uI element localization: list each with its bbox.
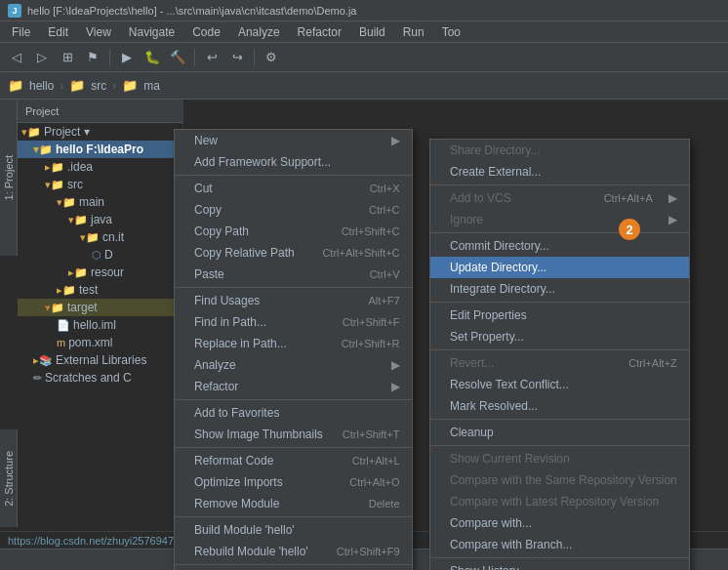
- cm-refactor-label: Refactor: [194, 380, 238, 393]
- tree-cn[interactable]: ▾📁 cn.it: [18, 228, 182, 246]
- cm-show-thumbnails[interactable]: Show Image Thumbnails Ctrl+Shift+T: [175, 424, 412, 445]
- toolbar-debug[interactable]: 🐛: [142, 47, 163, 68]
- cm-copy-relative-path[interactable]: Copy Relative Path Ctrl+Alt+Shift+C: [175, 242, 412, 264]
- cm2-mark-resolved[interactable]: Mark Resolved...: [430, 395, 689, 417]
- cm-add-favorites-label: Add to Favorites: [194, 406, 279, 420]
- cm2-commit-directory[interactable]: Commit Directory...: [430, 235, 689, 257]
- cm-rebuild-module[interactable]: Rebuild Module 'hello' Ctrl+Shift+F9: [175, 541, 412, 562]
- cm2-compare-branch[interactable]: Compare with Branch...: [430, 534, 689, 555]
- cm2-update-directory[interactable]: Update Directory...: [430, 257, 689, 278]
- cm2-add-to-vcs[interactable]: Add to VCS Ctrl+Alt+A ▶: [430, 187, 689, 209]
- cm-reformat-label: Reformat Code: [194, 454, 273, 468]
- cm-reformat[interactable]: Reformat Code Ctrl+Alt+L: [175, 450, 412, 471]
- cm-analyze[interactable]: Analyze ▶: [175, 354, 412, 376]
- tree-target[interactable]: ▾📁 target: [18, 299, 182, 316]
- cm-copy[interactable]: Copy Ctrl+C: [175, 199, 412, 221]
- toolbar-back[interactable]: ◁: [6, 47, 27, 68]
- cm-remove-module[interactable]: Remove Module Delete: [175, 493, 412, 514]
- cm2-compare-latest-repo[interactable]: Compare with Latest Repository Version: [430, 491, 689, 512]
- cm2-ignore[interactable]: Ignore ▶: [430, 209, 689, 230]
- project-tab[interactable]: 1: Project: [0, 100, 18, 256]
- cm-paste[interactable]: Paste Ctrl+V: [175, 264, 412, 285]
- cm2-show-current-revision-label: Show Current Revision: [450, 452, 570, 466]
- tree-hello[interactable]: ▾📁 hello F:\IdeaPro: [18, 141, 182, 158]
- cm-replace-in-path-label: Replace in Path...: [194, 337, 287, 350]
- cm2-cleanup-label: Cleanup: [450, 426, 494, 439]
- tree-label: Project ▾: [44, 125, 90, 139]
- cm2-set-property[interactable]: Set Property...: [430, 326, 689, 347]
- tree-demo[interactable]: ⬡ D: [18, 246, 182, 264]
- cm2-revert[interactable]: Revert... Ctrl+Alt+Z: [430, 352, 689, 374]
- toolbar-recent[interactable]: ⊞: [57, 47, 78, 68]
- menu-file[interactable]: File: [4, 23, 38, 41]
- cm-copy-path[interactable]: Copy Path Ctrl+Shift+C: [175, 221, 412, 242]
- cm-new[interactable]: New ▶: [175, 130, 412, 151]
- tree-label: D: [104, 248, 113, 262]
- menu-navigate[interactable]: Navigate: [121, 23, 182, 41]
- tree-scratches[interactable]: ✏ Scratches and C: [18, 369, 182, 387]
- cm2-edit-properties[interactable]: Edit Properties: [430, 305, 689, 326]
- menu-analyze[interactable]: Analyze: [230, 23, 288, 41]
- cm-add-framework[interactable]: Add Framework Support...: [175, 151, 412, 173]
- toolbar-redo[interactable]: ↪: [226, 47, 248, 68]
- cm2-create-external[interactable]: Create External...: [430, 161, 689, 183]
- tree-project[interactable]: ▾📁 Project ▾: [18, 123, 182, 141]
- cm-add-framework-label: Add Framework Support...: [194, 155, 331, 169]
- cm-sep-2: [175, 287, 412, 288]
- sidebar-header: Project: [18, 100, 182, 123]
- toolbar-bookmark[interactable]: ⚑: [82, 47, 103, 68]
- menu-build[interactable]: Build: [351, 23, 393, 41]
- cm2-show-history-label: Show History: [450, 564, 519, 570]
- menu-edit[interactable]: Edit: [40, 23, 76, 41]
- toolbar-separator-2: [194, 49, 195, 66]
- toolbar-build[interactable]: 🔨: [167, 47, 188, 68]
- menu-code[interactable]: Code: [184, 23, 228, 41]
- cm2-share-directory[interactable]: Share Directory...: [430, 140, 689, 161]
- cm2-revert-label: Revert...: [450, 356, 494, 370]
- cm2-integrate-directory[interactable]: Integrate Directory...: [430, 278, 689, 300]
- cm-refactor[interactable]: Refactor ▶: [175, 376, 412, 397]
- tree-pom[interactable]: m pom.xml: [18, 334, 182, 351]
- cm-cut[interactable]: Cut Ctrl+X: [175, 178, 412, 199]
- nav-hello[interactable]: hello: [29, 79, 54, 93]
- cm-replace-in-path-shortcut: Ctrl+Shift+R: [342, 338, 400, 349]
- tree-ext-libs[interactable]: ▸📚 External Libraries: [18, 351, 182, 369]
- cm-build-module[interactable]: Build Module 'hello': [175, 519, 412, 541]
- cm2-compare-same-repo[interactable]: Compare with the Same Repository Version: [430, 469, 689, 491]
- tree-label: hello.iml: [73, 318, 116, 332]
- cm-find-usages-shortcut: Alt+F7: [368, 295, 399, 306]
- toolbar-settings[interactable]: ⚙: [261, 47, 282, 68]
- nav-src[interactable]: src: [91, 79, 106, 93]
- menu-run[interactable]: Run: [395, 23, 432, 41]
- tree-label: External Libraries: [56, 353, 146, 367]
- tree-test[interactable]: ▸📁 test: [18, 281, 182, 299]
- toolbar-forward[interactable]: ▷: [31, 47, 53, 68]
- cm2-show-current-revision[interactable]: Show Current Revision: [430, 448, 689, 469]
- menu-tools[interactable]: Too: [434, 23, 468, 41]
- tree-label: hello F:\IdeaPro: [56, 142, 143, 156]
- tree-idea[interactable]: ▸📁 .idea: [18, 158, 182, 176]
- tree-src[interactable]: ▾📁 src: [18, 176, 182, 193]
- cm-find-in-path[interactable]: Find in Path... Ctrl+Shift+F: [175, 311, 412, 333]
- title-text: hello [F:\IdeaProjects\hello] - ...\src\…: [27, 5, 356, 17]
- cm2-show-history[interactable]: Show History: [430, 560, 689, 570]
- tree-resources[interactable]: ▸📁 resour: [18, 264, 182, 281]
- toolbar-run[interactable]: ▶: [116, 47, 138, 68]
- menu-refactor[interactable]: Refactor: [290, 23, 349, 41]
- tree-main[interactable]: ▾📁 main: [18, 193, 182, 211]
- tree-java[interactable]: ▾📁 java: [18, 211, 182, 228]
- cm2-sep-5: [430, 419, 689, 420]
- menu-view[interactable]: View: [78, 23, 119, 41]
- cm2-resolve-text-conflict[interactable]: Resolve Text Conflict...: [430, 374, 689, 395]
- cm-optimize-imports[interactable]: Optimize Imports Ctrl+Alt+O: [175, 471, 412, 493]
- toolbar-undo[interactable]: ↩: [201, 47, 222, 68]
- cm-add-favorites[interactable]: Add to Favorites: [175, 402, 412, 424]
- tree-hello-iml[interactable]: 📄 hello.iml: [18, 316, 182, 334]
- cm2-cleanup[interactable]: Cleanup: [430, 422, 689, 443]
- structure-tab[interactable]: 2: Structure: [0, 429, 18, 527]
- cm2-compare-with[interactable]: Compare with...: [430, 512, 689, 534]
- cm-find-usages[interactable]: Find Usages Alt+F7: [175, 290, 412, 311]
- cm-replace-in-path[interactable]: Replace in Path... Ctrl+Shift+R: [175, 333, 412, 354]
- nav-main[interactable]: ma: [143, 79, 160, 93]
- nav-bar: 📁 hello › 📁 src › 📁 ma: [0, 72, 728, 100]
